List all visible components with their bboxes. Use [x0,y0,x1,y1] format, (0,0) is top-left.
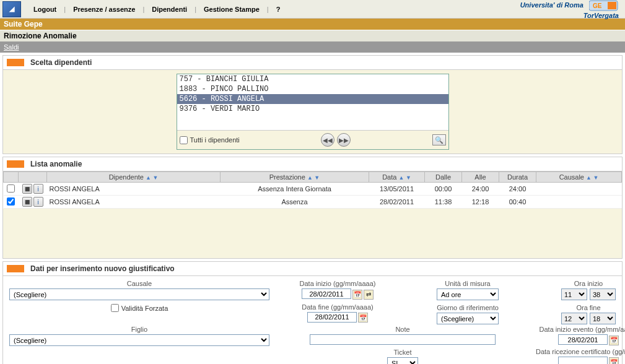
employee-row[interactable]: 757 - BIANCHI GIULIA [177,74,448,84]
menu-logout[interactable]: Logout [27,3,63,15]
cell-causale [536,183,622,196]
calendar-icon[interactable]: 📅 [358,313,368,323]
cell-causale [536,196,622,209]
menu-presenze[interactable]: Presenze / assenze [67,3,141,15]
svg-text:GE: GE [593,2,602,9]
data-fine-input[interactable] [307,312,357,323]
calendar-icon[interactable]: 📅 [352,290,362,300]
label-giorno-rif: Giorno di riferimento [406,304,530,311]
detail-icon[interactable]: 🔳 [22,184,32,194]
col-dalle: Dalle [435,173,451,181]
unita-select[interactable]: Ad ore [437,288,499,300]
cell-prestazione: Assenza [221,196,369,209]
figlio-select[interactable]: (Scegliere) [9,334,269,346]
menu-stampe[interactable]: Gestione Stampe [198,3,266,15]
data-cert-input[interactable] [558,357,608,364]
table-row: 🔳iROSSI ANGELAAssenza Intera Giornata13/… [4,183,622,196]
row-checkbox[interactable] [7,197,15,206]
label-validita: Validità Forzata [121,305,168,312]
cell-alle: 12:18 [462,196,499,209]
menu-dipendenti[interactable]: Dipendenti [146,3,193,15]
menu-help[interactable]: ? [270,3,287,15]
cell-durata: 24:00 [499,183,536,196]
svg-rect-1 [608,2,616,9]
anomalie-table: Dipendente ▲ ▼ Prestazione ▲ ▼ Data ▲ ▼ … [3,171,622,209]
col-prestazione[interactable]: Prestazione [269,173,305,181]
cell-prestazione: Assenza Intera Giornata [221,183,369,196]
gepe-logo: GE [589,0,619,12]
employee-row[interactable]: 5626 - ROSSI ANGELA [177,94,448,104]
info-icon[interactable]: i [33,197,43,207]
section-scelta-title: Scelta dipendenti [30,58,92,67]
label-figlio: Figlio [9,326,269,333]
causale-select[interactable]: (Scegliere) [9,288,269,300]
page-title: Rimozione Anomalie [0,30,625,41]
employee-row[interactable]: 9376 - VERDI MARIO [177,104,448,114]
label-data-cert: Data ricezione certificato (gg/mm/aaaa) [536,348,625,355]
ora-fine-h[interactable]: 12 [561,313,587,324]
validita-forzata-checkbox[interactable] [111,304,119,312]
app-logo: ◢ [2,1,21,17]
university-name-1: Universita' di Roma [520,1,583,8]
cell-alle: 24:00 [462,183,499,196]
section-chip [7,59,24,66]
section-chip [7,265,24,272]
label-ora-fine: Ora fine [536,304,625,311]
row-checkbox[interactable] [7,184,15,193]
label-ora-inizio: Ora inizio [536,280,625,287]
label-note: Note [276,326,530,333]
col-dipendente[interactable]: Dipendente [109,173,144,181]
table-row: 🔳iROSSI ANGELAAssenza28/02/201111:3812:1… [4,196,622,209]
search-button[interactable]: 🔍 [432,134,446,145]
calendar-range-icon[interactable]: ⇄ [364,290,374,300]
data-evento-input[interactable] [558,334,608,345]
tutti-dipendenti-checkbox[interactable] [180,136,188,144]
ora-inizio-m[interactable]: 38 [590,288,616,300]
cell-dipendente: ROSSI ANGELA [47,196,221,209]
calendar-icon[interactable]: 📅 [609,357,619,364]
cell-durata: 00:40 [499,196,536,209]
data-inizio-input[interactable] [302,288,351,299]
suite-title: Suite Gepe [0,19,625,30]
col-alle: Alle [474,173,486,181]
section-anomalie-title: Lista anomalie [30,160,82,168]
employee-listbox[interactable]: 757 - BIANCHI GIULIA1883 - PINCO PALLINO… [177,74,448,130]
detail-icon[interactable]: 🔳 [22,197,32,207]
section-dati-title: Dati per inserimento nuovo giustificativ… [30,264,175,273]
ora-fine-m[interactable]: 18 [590,313,616,324]
label-data-fine: Data fine (gg/mm/aaaa) [276,303,400,311]
ticket-select[interactable]: SI [387,357,418,364]
cell-data: 28/02/2011 [369,196,425,209]
label-ticket: Ticket [276,349,530,356]
cell-dalle: 11:38 [425,196,462,209]
col-durata: Durata [507,173,528,181]
cell-dipendente: ROSSI ANGELA [47,183,221,196]
tutti-dipendenti-label: Tutti i dipendenti [190,136,240,144]
prev-button[interactable]: ◀◀ [321,133,334,147]
ora-inizio-h[interactable]: 11 [561,288,587,300]
cell-data: 13/05/2011 [369,183,425,196]
section-chip [7,160,24,168]
giorno-rif-select[interactable]: (Scegliere) [437,313,499,324]
calendar-icon[interactable]: 📅 [609,336,619,345]
col-data[interactable]: Data [382,173,396,181]
employee-row[interactable]: 1883 - PINCO PALLINO [177,84,448,94]
note-input[interactable] [310,334,496,345]
university-name-2: TorVergata [520,12,619,19]
label-unita: Unità di misura [406,280,530,287]
cell-dalle: 00:00 [425,183,462,196]
next-button[interactable]: ▶▶ [337,133,351,147]
label-data-inizio: Data inizio (gg/mm/aaaa) [276,280,400,287]
label-causale: Causale [9,280,269,287]
saldi-link[interactable]: Saldi [4,43,19,51]
col-causale[interactable]: Causale [559,173,584,181]
label-data-evento: Data inizio evento (gg/mm/aaaa) [536,326,625,333]
info-icon[interactable]: i [33,184,43,194]
